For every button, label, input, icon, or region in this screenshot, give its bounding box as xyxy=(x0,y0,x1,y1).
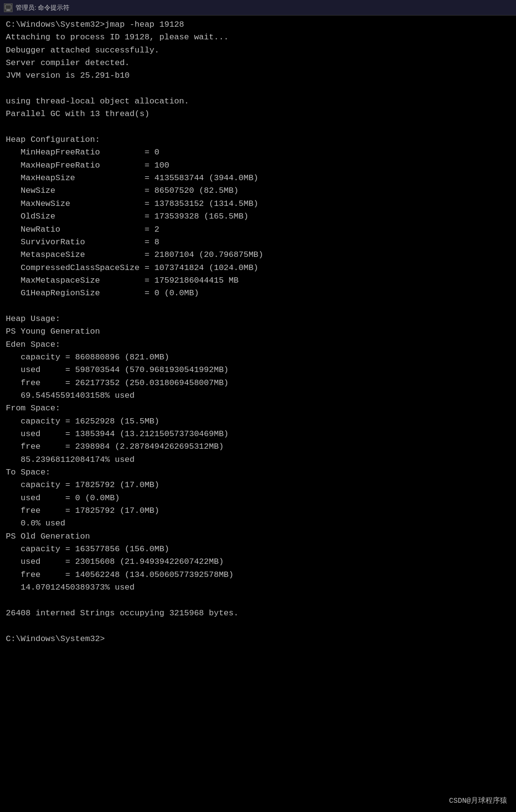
watermark: CSDN@月球程序猿 xyxy=(449,796,507,805)
terminal-line: NewSize = 86507520 (82.5MB) xyxy=(6,185,510,197)
terminal-line: PS Old Generation xyxy=(6,530,510,543)
terminal-line xyxy=(6,83,510,95)
terminal-line: MaxHeapSize = 4135583744 (3944.0MB) xyxy=(6,172,510,185)
terminal-line: CompressedClassSpaceSize = 1073741824 (1… xyxy=(6,262,510,274)
terminal-line: From Space: xyxy=(6,402,510,415)
svg-rect-1 xyxy=(7,10,10,11)
terminal-line: capacity = 860880896 (821.0MB) xyxy=(6,351,510,364)
terminal-line: free = 262177352 (250.0318069458007MB) xyxy=(6,377,510,389)
terminal-line: Heap Configuration: xyxy=(6,134,510,146)
terminal-line: PS Young Generation xyxy=(6,325,510,338)
svg-rect-2 xyxy=(6,10,11,11)
terminal-line: C:\Windows\System32>jmap -heap 19128 xyxy=(6,18,510,31)
terminal-line: capacity = 163577856 (156.0MB) xyxy=(6,543,510,556)
terminal-line: used = 13853944 (13.212150573730469MB) xyxy=(6,428,510,440)
title-bar-icon xyxy=(4,3,13,12)
terminal-line: used = 0 (0.0MB) xyxy=(6,492,510,505)
terminal-line xyxy=(6,620,510,632)
terminal-line: MaxNewSize = 1378353152 (1314.5MB) xyxy=(6,198,510,210)
terminal-line: MetaspaceSize = 21807104 (20.796875MB) xyxy=(6,249,510,261)
title-bar: 管理员: 命令提示符 xyxy=(0,0,516,16)
terminal-line: Debugger attached successfully. xyxy=(6,44,510,57)
terminal-line: Parallel GC with 13 thread(s) xyxy=(6,108,510,120)
terminal-line: used = 23015608 (21.94939422607422MB) xyxy=(6,556,510,568)
terminal-line xyxy=(6,121,510,134)
terminal-line: MinHeapFreeRatio = 0 xyxy=(6,146,510,159)
terminal-line: Server compiler detected. xyxy=(6,57,510,69)
terminal-line: G1HeapRegionSize = 0 (0.0MB) xyxy=(6,287,510,300)
terminal-line: used = 598703544 (570.9681930541992MB) xyxy=(6,364,510,376)
terminal-line: JVM version is 25.291-b10 xyxy=(6,69,510,82)
terminal-line: 69.54545591403158% used xyxy=(6,389,510,402)
terminal-line: free = 2398984 (2.2878494262695312MB) xyxy=(6,440,510,453)
terminal-line: free = 17825792 (17.0MB) xyxy=(6,505,510,517)
terminal-line: SurvivorRatio = 8 xyxy=(6,236,510,249)
terminal-line xyxy=(6,594,510,607)
terminal-line xyxy=(6,300,510,313)
svg-rect-0 xyxy=(5,5,11,9)
terminal-line: 14.07012450389373% used xyxy=(6,581,510,594)
terminal-line: Eden Space: xyxy=(6,338,510,351)
terminal-line: Heap Usage: xyxy=(6,313,510,325)
terminal-line: OldSize = 173539328 (165.5MB) xyxy=(6,210,510,223)
terminal-line: free = 140562248 (134.05060577392578MB) xyxy=(6,569,510,581)
terminal-line: 26408 interned Strings occupying 3215968… xyxy=(6,607,510,620)
terminal-line: using thread-local object allocation. xyxy=(6,95,510,108)
terminal-line: MaxMetaspaceSize = 17592186044415 MB xyxy=(6,274,510,287)
terminal-line: NewRatio = 2 xyxy=(6,223,510,236)
terminal-line: To Space: xyxy=(6,466,510,479)
terminal-line: C:\Windows\System32> xyxy=(6,633,510,645)
terminal-line: 85.23968112084174% used xyxy=(6,454,510,466)
terminal-line: 0.0% used xyxy=(6,517,510,530)
terminal-line: capacity = 16252928 (15.5MB) xyxy=(6,415,510,428)
terminal-line: Attaching to process ID 19128, please wa… xyxy=(6,31,510,44)
terminal-line: MaxHeapFreeRatio = 100 xyxy=(6,159,510,172)
title-bar-text: 管理员: 命令提示符 xyxy=(16,3,69,12)
terminal-body: C:\Windows\System32>jmap -heap 19128Atta… xyxy=(0,16,516,812)
terminal-line: capacity = 17825792 (17.0MB) xyxy=(6,479,510,491)
